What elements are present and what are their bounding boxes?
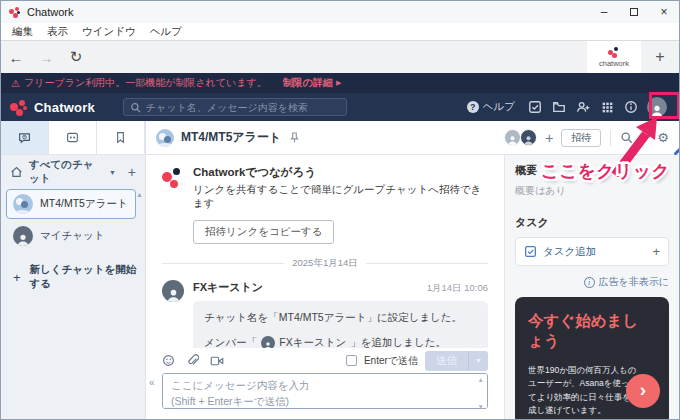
video-button[interactable]	[210, 355, 224, 367]
send-label: 送信	[425, 351, 468, 371]
search-icon	[620, 131, 633, 144]
folder-icon	[552, 100, 566, 114]
warning-icon: ⚠	[11, 78, 20, 89]
hide-ads-label: 広告を非表示に	[599, 275, 669, 289]
new-chat-label: 新しくチャットを開始する	[30, 263, 145, 291]
task-list-button[interactable]	[523, 95, 547, 119]
help-label: ヘルプ	[483, 100, 515, 114]
info-icon: i	[584, 277, 595, 288]
nav-bar: ← → ↻ chatwork +	[1, 41, 679, 73]
app-header: Chatwork ? ヘルプ	[1, 93, 679, 121]
member-avatar-2[interactable]	[520, 129, 537, 146]
right-panel: 概要 概要はあり タスク タスク追加 + i 広告を非表示に 今すぐ始めましょう…	[504, 155, 679, 420]
tab-mentions[interactable]	[49, 121, 97, 154]
filter-label: すべてのチャット	[29, 158, 103, 186]
help-button[interactable]: ? ヘルプ	[467, 100, 515, 114]
new-tab-button[interactable]: +	[641, 41, 679, 73]
hide-ads-button[interactable]: i 広告を非表示に	[515, 275, 669, 289]
chat-search-button[interactable]	[620, 131, 633, 144]
info-button[interactable]	[619, 95, 643, 119]
task-add-label: タスク追加	[543, 245, 596, 259]
chatwork-tab-icon	[608, 47, 620, 58]
profile-avatar-button[interactable]	[647, 97, 667, 117]
chat-settings-button[interactable]: ⚙	[657, 130, 669, 145]
scroll-up-icon[interactable]: ▲	[478, 376, 484, 383]
enter-send-checkbox[interactable]	[346, 355, 357, 366]
menu-window[interactable]: ウインドウ	[75, 25, 143, 39]
file-button[interactable]	[547, 95, 571, 119]
sidebar-add-button[interactable]: +	[128, 164, 136, 180]
attach-button[interactable]	[186, 354, 199, 367]
message-input[interactable]	[162, 373, 488, 409]
scroll-up-icon[interactable]: ▲	[136, 191, 143, 198]
new-chat-button[interactable]: + 新しくチャットを開始する	[1, 263, 145, 291]
global-search[interactable]	[123, 98, 347, 116]
search-icon	[130, 102, 141, 113]
maximize-button[interactable]	[619, 1, 649, 23]
emoji-button[interactable]	[162, 354, 175, 367]
task-check-icon	[524, 245, 537, 258]
message-time: 1月14日 10:06	[427, 282, 488, 295]
add-contact-button[interactable]	[571, 95, 595, 119]
task-add-button[interactable]: タスク追加 +	[515, 237, 669, 266]
tab-chats[interactable]	[1, 121, 49, 154]
tab-bookmarks[interactable]	[97, 121, 145, 154]
date-divider-label: 2025年1月14日	[292, 257, 357, 270]
chat-title: MT4/MT5アラート	[181, 129, 281, 146]
person-avatar	[13, 226, 33, 246]
sidebar-item-mt4-alert[interactable]: MT4/MT5アラート	[6, 189, 136, 219]
chat-avatar	[156, 129, 174, 147]
grid-icon	[601, 101, 614, 114]
sidebar-tabs	[1, 121, 146, 154]
add-member-button[interactable]: +	[545, 130, 553, 146]
expand-icon	[639, 132, 651, 144]
send-button[interactable]: 送信 ▼	[425, 351, 488, 371]
pin-icon[interactable]	[290, 132, 299, 143]
summary-title: 概要	[515, 163, 669, 178]
chat-header: MT4/MT5アラート	[146, 121, 504, 154]
search-input[interactable]	[146, 102, 340, 113]
window-title: Chatwork	[27, 6, 73, 18]
sender-name: FXキーストン	[193, 280, 263, 295]
ad-title: 今すぐ始めましょう	[528, 311, 640, 351]
menu-edit[interactable]: 編集	[5, 25, 40, 39]
browser-tab-chatwork[interactable]: chatwork	[587, 41, 641, 73]
chatwork-brand-icon	[10, 99, 28, 116]
welcome-block: Chatworkでつながろう リンクを共有することで簡単にグループチャットへ招待…	[162, 165, 488, 244]
plan-warning: ⚠ フリープラン利用中。一部機能が制限されています。	[11, 76, 267, 90]
camera-icon	[210, 355, 224, 367]
chevron-right-icon: ▶	[336, 79, 341, 87]
plan-limit-link[interactable]: 制限の詳細 ▶	[283, 76, 342, 90]
reload-icon[interactable]: ↻	[61, 41, 91, 73]
message-timeline: Chatworkでつながろう リンクを共有することで簡単にグループチャットへ招待…	[146, 155, 504, 348]
tab-label: chatwork	[599, 59, 629, 68]
expand-button[interactable]	[639, 132, 651, 144]
task-title: タスク	[515, 215, 669, 230]
sidebar-item-my-chat[interactable]: マイチャット	[1, 219, 145, 253]
close-button[interactable]: ×	[649, 1, 679, 23]
sidebar-item-label: マイチャット	[40, 229, 104, 243]
forward-icon[interactable]: →	[31, 41, 61, 73]
scroll-down-icon[interactable]: ▼	[478, 403, 484, 410]
send-options-caret[interactable]: ▼	[468, 351, 488, 371]
chat-header-actions: + 招待 ⚙	[504, 121, 679, 154]
chat-filter[interactable]: すべてのチャット ▼ +	[1, 161, 145, 183]
invite-button[interactable]: 招待	[561, 129, 601, 147]
app-window: Chatwork – × 編集 表示 ウインドウ ヘルプ ← → ↻ chatw…	[0, 0, 680, 420]
input-scrollbar[interactable]: ▲▼	[478, 376, 484, 410]
maximize-icon	[630, 8, 638, 16]
menu-help[interactable]: ヘルプ	[143, 25, 189, 39]
copy-invite-link-button[interactable]: 招待リンクをコピーする	[193, 220, 334, 244]
minimize-button[interactable]: –	[589, 1, 619, 23]
ad-cta-button[interactable]: ›	[626, 374, 660, 408]
message-bubble: チャット名を「MT4/MT5アラート」に設定しました。 メンバー「 FXキースト…	[193, 301, 488, 348]
bookmark-icon	[115, 131, 126, 144]
ad-banner[interactable]: 今すぐ始めましょう 世界190か国の何百万人ものユーザーが、Asanaを使ってよ…	[515, 297, 669, 420]
collapse-icon[interactable]: «	[149, 377, 155, 388]
back-icon[interactable]: ←	[1, 41, 31, 73]
welcome-title: Chatworkでつながろう	[193, 165, 488, 180]
composer: Enterで送信 送信 ▼ « ▲▼	[146, 348, 504, 420]
apps-button[interactable]	[595, 95, 619, 119]
menu-view[interactable]: 表示	[40, 25, 75, 39]
member-avatar-1[interactable]	[504, 129, 521, 146]
